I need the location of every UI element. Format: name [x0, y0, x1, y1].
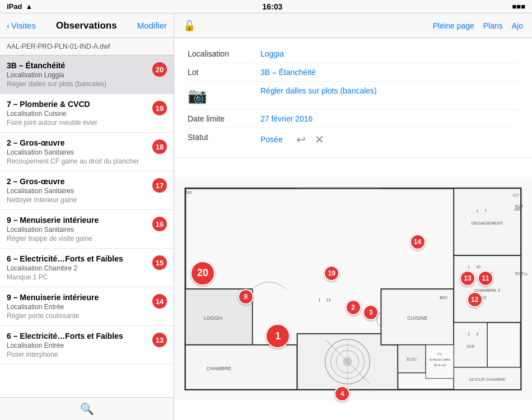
description-value: Régler dalles sur plots (bancales)	[260, 86, 377, 95]
obs-title: 6 – Electricité…Forts et Faibles	[7, 254, 148, 263]
obs-title: 9 – Menuiserie intérieure	[7, 293, 148, 302]
obs-item[interactable]: 2 – Gros-œuvre Localisation Sanitaires R…	[0, 133, 174, 171]
obs-badge: 16	[152, 217, 167, 231]
svg-text:1: 1	[468, 332, 470, 336]
obs-content: 2 – Gros-œuvre Localisation Sanitaires N…	[7, 177, 152, 204]
svg-text:CHAMBRE: CHAMBRE	[206, 366, 231, 371]
pin-8[interactable]: 8	[238, 289, 254, 305]
header-left: 🔓	[183, 20, 195, 32]
svg-text:LL: LL	[524, 272, 528, 276]
obs-item[interactable]: 2 – Gros-œuvre Localisation Sanitaires N…	[0, 171, 174, 210]
obs-subtitle: Localisation Entrée	[7, 342, 148, 349]
svg-text:117: 117	[512, 193, 519, 197]
obs-desc: Poser interphone	[7, 351, 148, 358]
file-label: AAL-PER-PRO-PLN-01-IND-A.dwf	[0, 38, 174, 55]
date-label: Date limite	[188, 114, 260, 123]
localisation-label: Localisation	[188, 49, 260, 58]
obs-desc: Régler trappe de visite gaine	[7, 235, 148, 242]
svg-text:SEJOUR CHAMBRE: SEJOUR CHAMBRE	[469, 377, 506, 381]
chevron-left-icon: ‹	[7, 21, 10, 30]
svg-text:28.9 m2: 28.9 m2	[433, 363, 446, 367]
close-icon[interactable]: ✕	[315, 133, 324, 146]
lot-value[interactable]: 3B – Étanchéité	[260, 68, 316, 77]
undo-icon[interactable]: ↩	[296, 133, 306, 146]
date-value[interactable]: 27 février 2016	[260, 114, 312, 123]
wifi-icon: ▲	[25, 2, 32, 11]
left-bottom: 🔍	[0, 397, 174, 420]
obs-item[interactable]: 3B – Étanchéité Localisation Loggia Régl…	[0, 55, 174, 94]
svg-text:BEC: BEC	[440, 296, 447, 300]
statut-container: Posée ↩ ✕	[260, 133, 324, 146]
obs-badge: 20	[152, 62, 167, 77]
ajo-button[interactable]: Ajo	[512, 21, 523, 30]
statut-row: Statut Posée ↩ ✕	[188, 128, 519, 151]
obs-desc: Régler dalles sur plots (bancales)	[7, 80, 148, 88]
localisation-row: Localisation Loggia	[188, 45, 519, 63]
camera-label: 📷	[188, 86, 260, 105]
obs-desc: Faire joint autour meuble évier	[7, 119, 148, 127]
svg-text:CUISINE: CUISINE	[407, 315, 427, 321]
localisation-value[interactable]: Loggia	[260, 49, 284, 58]
pin-1[interactable]: 1	[265, 324, 290, 348]
header-actions: Pleine page Plans Ajo	[433, 21, 523, 30]
pleine-page-button[interactable]: Pleine page	[433, 21, 474, 30]
obs-title: 3B – Étanchéité	[7, 61, 148, 70]
status-time: 16:03	[262, 2, 282, 11]
battery-indicator: ■■■	[512, 2, 525, 11]
description-row: 📷 Régler dalles sur plots (bancales)	[188, 82, 519, 110]
obs-content: 9 – Menuiserie intérieure Localisation E…	[7, 293, 152, 320]
floor-plan: LOGGIA CHAMBRE CUISINE	[174, 158, 532, 420]
pin-12[interactable]: 12	[467, 292, 483, 307]
statut-actions: ↩ ✕	[296, 133, 324, 146]
lot-row: Lot 3B – Étanchéité	[188, 63, 519, 82]
obs-subtitle: Localisation Sanitaires	[7, 226, 148, 234]
back-label: Visites	[11, 21, 36, 30]
svg-text:F1: F1	[438, 352, 442, 356]
obs-title: 6 – Electricité…Forts et Faibles	[7, 332, 148, 340]
obs-badge: 14	[152, 294, 167, 309]
pin-20[interactable]: 20	[190, 261, 215, 286]
obs-title: 2 – Gros-œuvre	[7, 138, 148, 147]
obs-subtitle: Localisation Loggia	[7, 71, 148, 79]
obs-content: 7 – Plomberie & CVCD Localisation Cuisin…	[7, 100, 152, 127]
svg-text:1: 1	[468, 265, 470, 269]
pin-3[interactable]: 3	[363, 305, 379, 320]
obs-item[interactable]: 9 – Menuiserie intérieure Localisation S…	[0, 210, 174, 249]
obs-subtitle: Localisation Sanitaires	[7, 148, 148, 156]
pin-4[interactable]: 4	[334, 386, 350, 402]
lot-label: Lot	[188, 68, 260, 77]
pin-2[interactable]: 2	[346, 300, 361, 315]
pin-11[interactable]: 11	[478, 270, 493, 286]
obs-item[interactable]: 7 – Plomberie & CVCD Localisation Cuisin…	[0, 94, 174, 133]
svg-rect-25	[426, 345, 454, 379]
obs-title: 9 – Menuiserie intérieure	[7, 216, 148, 225]
right-header: 🔓 Pleine page Plans Ajo	[174, 13, 532, 38]
statut-value[interactable]: Posée	[260, 135, 283, 144]
svg-text:280: 280	[185, 190, 192, 194]
pin-14[interactable]: 14	[410, 234, 426, 250]
obs-desc: Régler porte coulissante	[7, 312, 148, 320]
obs-title: 2 – Gros-œuvre	[7, 177, 148, 186]
obs-item[interactable]: 6 – Electricité…Forts et Faibles Localis…	[0, 249, 174, 287]
svg-text:7: 7	[484, 209, 487, 213]
observations-list: 3B – Étanchéité Localisation Loggia Régl…	[0, 55, 174, 397]
svg-text:1: 1	[319, 298, 321, 302]
obs-desc: Manque 1 PC	[7, 273, 148, 281]
obs-content: 6 – Electricité…Forts et Faibles Localis…	[7, 254, 152, 281]
obs-content: 9 – Menuiserie intérieure Localisation S…	[7, 216, 152, 242]
obs-subtitle: Localisation Sanitaires	[7, 187, 148, 195]
pin-13[interactable]: 13	[460, 270, 475, 286]
obs-title: 7 – Plomberie & CVCD	[7, 100, 148, 109]
obs-content: 2 – Gros-œuvre Localisation Sanitaires R…	[7, 138, 152, 165]
back-button[interactable]: ‹ Visites	[7, 21, 36, 30]
plans-button[interactable]: Plans	[483, 21, 503, 30]
obs-item[interactable]: 6 – Electricité…Forts et Faibles Localis…	[0, 326, 174, 365]
svg-rect-4	[185, 345, 297, 390]
status-left: iPad ▲	[7, 2, 32, 11]
modifier-button[interactable]: Modifier	[137, 21, 167, 30]
search-icon[interactable]: 🔍	[80, 402, 94, 416]
obs-item[interactable]: 9 – Menuiserie intérieure Localisation E…	[0, 287, 174, 326]
obs-badge: 13	[152, 333, 167, 347]
svg-text:ELEC: ELEC	[407, 357, 417, 361]
pin-19[interactable]: 19	[324, 265, 339, 281]
